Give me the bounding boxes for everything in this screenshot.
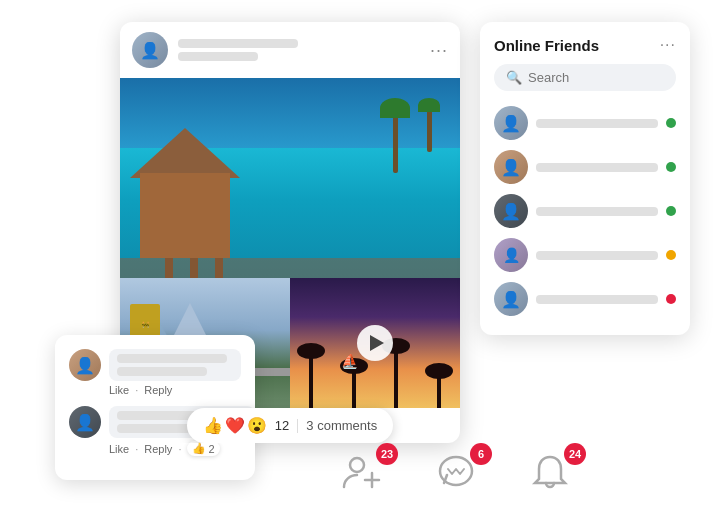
dot-3: · [178,443,181,455]
friend-name-1 [536,119,658,128]
messenger-wrap[interactable]: 6 [434,451,478,495]
palm-trees [380,93,440,173]
friends-header: Online Friends ··· [494,36,676,54]
comment-bubble-1 [109,349,241,381]
avatar-person: 👤 [132,32,168,68]
search-icon: 🔍 [506,70,522,85]
friends-more-options[interactable]: ··· [660,36,676,54]
comment-actions-2: Like · Reply · 👍 2 [109,441,255,456]
dot-2: · [135,443,138,455]
svg-point-0 [350,458,364,472]
wow-emoji: 😮 [247,416,267,435]
friend-person-2: 👤 [494,150,528,184]
messenger-badge: 6 [470,443,492,465]
bottom-icons: 23 6 24 [340,451,572,495]
friends-panel: Online Friends ··· 🔍 👤 👤 👤 👤 [480,22,690,335]
friends-title: Online Friends [494,37,599,54]
friend-status-3 [666,206,676,216]
friend-item-1: 👤 [494,101,676,145]
like-badge-count: 2 [208,443,214,455]
like-emoji: 👍 [203,416,223,435]
friend-item-2: 👤 [494,145,676,189]
friend-person-3: 👤 [494,194,528,228]
friend-status-4 [666,250,676,260]
palm-1 [380,93,410,173]
post-main-image [120,78,460,278]
comment-like-2[interactable]: Like [109,443,129,455]
walkway [120,258,460,278]
dot-1: · [135,384,138,396]
sunset-palm-3 [394,348,398,408]
post-more-options[interactable]: ··· [430,40,448,61]
comment-reply-1[interactable]: Reply [144,384,172,396]
friend-status-1 [666,118,676,128]
search-input[interactable] [528,70,664,85]
friend-avatar-1: 👤 [494,106,528,140]
bungalow-body [140,173,230,258]
friend-person-1: 👤 [494,106,528,140]
friend-avatar-2: 👤 [494,150,528,184]
palm-top-2 [418,98,440,112]
palm-trunk-1 [393,113,398,173]
bungalow-roof [130,128,240,178]
sunset-palm-1 [309,353,313,408]
avatar-2: 👤 [69,406,101,438]
bungalow [130,128,240,258]
bungalow-scene [120,78,460,278]
sunset-palm-2 [352,368,356,408]
post-author-info [178,39,298,61]
author-name-skeleton [178,39,298,48]
post-header-left: 👤 [132,32,298,68]
video-scene: ⛵ [290,278,460,408]
reaction-emojis: 👍 ❤️ 😮 [203,416,267,435]
friend-person-5: 👤 [494,282,528,316]
friend-avatar-5: 👤 [494,282,528,316]
reactions-bar: 👍 ❤️ 😮 12 3 comments [187,408,393,443]
palm-2 [418,93,440,173]
post-time-skeleton [178,52,258,61]
friend-item-4: 👤 [494,233,676,277]
comment-row-1: 👤 Like · Reply [69,349,241,396]
post-header: 👤 ··· [120,22,460,78]
like-badge-emoji: 👍 [192,442,206,455]
post-video-image: ⛵ [290,278,460,408]
comment-actions-1: Like · Reply [109,384,241,396]
post-author-avatar: 👤 [132,32,168,68]
palm-top-1 [380,98,410,118]
play-button[interactable] [357,325,393,361]
comment-like-1[interactable]: Like [109,384,129,396]
commenter-avatar-2: 👤 [69,406,101,438]
friend-avatar-4: 👤 [494,238,528,272]
notification-wrap[interactable]: 24 [528,451,572,495]
comment-reply-2[interactable]: Reply [144,443,172,455]
friend-item-5: 👤 [494,277,676,321]
comment-content-1: Like · Reply [109,349,241,396]
friend-name-2 [536,163,658,172]
sailboat: ⛵ [341,353,358,369]
friend-item-3: 👤 [494,189,676,233]
friend-name-5 [536,295,658,304]
comment-text-1b [117,367,207,376]
add-friend-badge: 23 [376,443,398,465]
commenter-avatar-1: 👤 [69,349,101,381]
add-friend-wrap[interactable]: 23 [340,451,384,495]
friend-avatar-3: 👤 [494,194,528,228]
comment-count: 3 comments [306,418,377,433]
avatar-1: 👤 [69,349,101,381]
search-bar[interactable]: 🔍 [494,64,676,91]
palm-trunk-2 [427,107,432,152]
reaction-divider [297,419,298,433]
notification-badge: 24 [564,443,586,465]
like-count-badge: 👍 2 [187,441,219,456]
friend-name-3 [536,207,658,216]
reaction-count: 12 [275,418,289,433]
friend-status-5 [666,294,676,304]
heart-emoji: ❤️ [225,416,245,435]
sunset-palm-4 [437,373,441,408]
friend-name-4 [536,251,658,260]
friend-person-4: 👤 [494,238,528,272]
friend-status-2 [666,162,676,172]
comment-text-1a [117,354,227,363]
